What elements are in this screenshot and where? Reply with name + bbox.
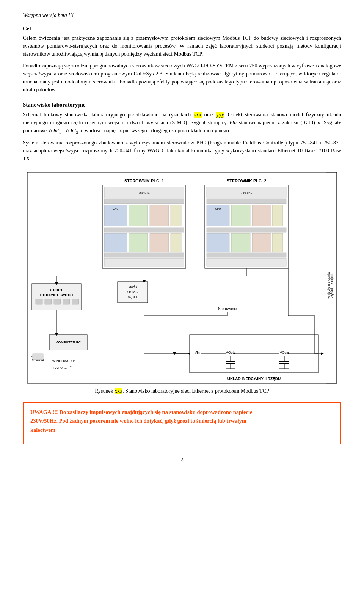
svg-rect-43 [231, 233, 250, 252]
svg-rect-53 [54, 299, 61, 304]
svg-rect-18 [150, 233, 169, 252]
figure-caption-before: Rysunek [95, 388, 115, 394]
svg-rect-55 [72, 299, 79, 304]
svg-text:STEROWNIK PLC_2: STEROWNIK PLC_2 [227, 179, 267, 183]
cel-title: Cel [23, 25, 341, 32]
beta-label: Wstępna wersja beta !!! [23, 11, 341, 19]
svg-rect-12 [129, 205, 148, 226]
svg-rect-20 [104, 253, 184, 257]
svg-text:8 PORT: 8 PORT [50, 288, 63, 292]
svg-text:CPU: CPU [113, 207, 119, 210]
vout-t1: t1 [58, 128, 61, 133]
vout-and: i VOu [61, 128, 75, 133]
svg-rect-16 [104, 233, 127, 252]
svg-text:CPU: CPU [215, 207, 221, 210]
svg-text:Sterowanie: Sterowanie [218, 307, 237, 311]
svg-rect-21 [104, 258, 184, 266]
svg-rect-44 [252, 233, 271, 252]
stanowisko-para2: System sterowania rozproszonego zbudowan… [23, 139, 341, 163]
stanowisko-para1: Schemat blokowy stanowiska laboratoryjne… [23, 111, 341, 135]
svg-text:VOut₁: VOut₁ [226, 351, 235, 354]
svg-text:750-841: 750-841 [138, 191, 150, 194]
highlight-yyy: yyy [216, 112, 224, 118]
uwaga-text: UWAGA !!! Do zasilaczy impulsowych znajd… [30, 408, 334, 434]
diagram-container: Wyjście I stopnia Wyjście II stopnia STE… [23, 172, 341, 384]
svg-rect-51 [36, 299, 42, 304]
svg-rect-17 [129, 233, 148, 252]
svg-rect-47 [207, 258, 286, 266]
svg-rect-41 [207, 228, 286, 232]
svg-rect-39 [252, 205, 271, 226]
stanowisko-para1-before: Schemat blokowy stanowiska laboratoryjne… [23, 112, 194, 118]
svg-text:ETHERNET SWITCH: ETHERNET SWITCH [40, 293, 73, 297]
svg-marker-100 [321, 352, 324, 355]
svg-text:AQ x 1: AQ x 1 [128, 295, 138, 299]
svg-rect-45 [272, 233, 283, 252]
svg-text:Wyjście II stopnia: Wyjście II stopnia [327, 272, 331, 299]
svg-rect-35 [207, 199, 286, 204]
svg-text:750-871: 750-871 [241, 191, 252, 194]
svg-text:WINDOWS XP: WINDOWS XP [52, 359, 75, 363]
highlight-xxx1: xxx [194, 112, 202, 118]
svg-rect-9 [104, 199, 184, 204]
svg-text:VOut₂: VOut₂ [280, 351, 289, 354]
svg-text:Moduł: Moduł [128, 285, 137, 289]
svg-rect-54 [63, 299, 70, 304]
svg-rect-38 [231, 205, 250, 226]
svg-rect-19 [171, 233, 181, 252]
svg-text:UKŁAD INERCYJNY II RZĘDU: UKŁAD INERCYJNY II RZĘDU [228, 377, 281, 381]
uwaga-line3: kalectwem [30, 427, 55, 433]
svg-rect-66 [33, 354, 43, 360]
svg-rect-13 [150, 205, 169, 226]
svg-rect-15 [104, 228, 184, 232]
diagram-svg: Wyjście I stopnia Wyjście II stopnia STE… [27, 172, 337, 384]
svg-rect-0 [27, 172, 337, 383]
svg-rect-48 [32, 284, 81, 310]
stanowisko-title: Stanowisko laboratoryjne [23, 100, 341, 109]
svg-text:SB1232: SB1232 [127, 290, 139, 294]
svg-text:TIA Portal: TIA Portal [52, 366, 67, 370]
page-number: 2 [23, 456, 341, 464]
figure-caption-after: . Stanowisko laboratoryjne sieci Etherne… [122, 388, 269, 394]
uwaga-line2: 230V/50Hz. Pod żadnym pozorem nie wolno … [30, 418, 246, 424]
figure-caption: Rysunek xxx. Stanowisko laboratoryjne si… [23, 387, 341, 395]
stanowisko-para1-mid: oraz [202, 112, 216, 118]
svg-rect-46 [207, 253, 286, 257]
cel-para2: Ponadto zapoznają się z rodziną programo… [23, 62, 341, 94]
svg-text:™: ™ [69, 365, 72, 369]
svg-text:VIn: VIn [195, 351, 200, 354]
uwaga-line1: UWAGA !!! Do zasilaczy impulsowych znajd… [30, 409, 252, 415]
svg-rect-40 [272, 205, 283, 226]
uwaga-box: UWAGA !!! Do zasilaczy impulsowych znajd… [23, 402, 341, 444]
figure-caption-xxx: xxx [115, 388, 122, 394]
svg-rect-14 [171, 205, 181, 226]
svg-text:KOMPUTER PC: KOMPUTER PC [56, 340, 81, 344]
svg-text:STEROWNIK PLC_1: STEROWNIK PLC_1 [124, 179, 164, 183]
svg-rect-42 [207, 233, 229, 252]
svg-rect-52 [45, 299, 52, 304]
cel-para1: Celem ćwiczenia jest praktyczne zapoznan… [23, 34, 341, 58]
